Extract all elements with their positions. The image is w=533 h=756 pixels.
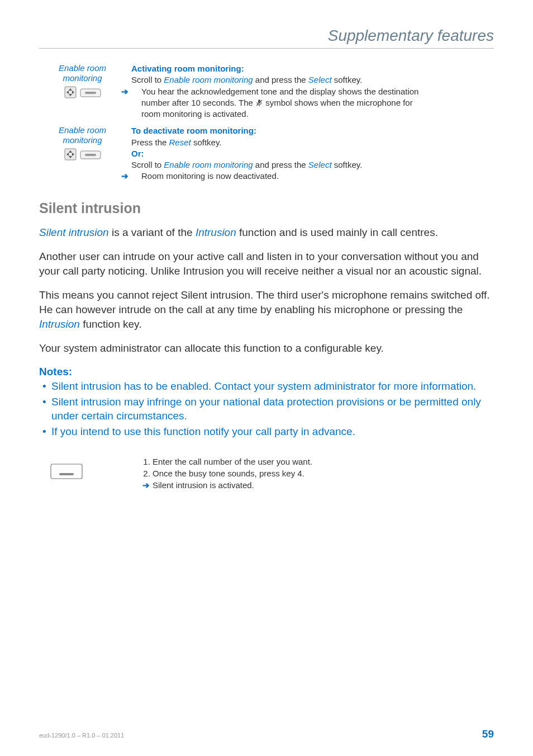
nav-key-icon: [64, 86, 77, 99]
activate-heading: Activating room monitoring:: [131, 63, 494, 74]
arrow-icon: ➔: [131, 86, 141, 97]
deactivate-icons: [39, 148, 126, 161]
text: and press the: [253, 160, 308, 169]
text: This means you cannot reject Silent intr…: [39, 289, 490, 315]
term-select: Select: [308, 75, 332, 84]
term-silent-intrusion: Silent intrusion: [39, 226, 109, 238]
notes-item: Silent intrusion has to be enabled. Cont…: [39, 379, 494, 394]
text: number after 10 seconds. The: [141, 98, 255, 107]
activate-result-line-a: ➔You hear the acknowledgement tone and t…: [131, 86, 494, 97]
activate-result-line-c: room monitoring is activated.: [131, 108, 494, 120]
svg-rect-6: [85, 92, 96, 94]
notes-item: Silent intrusion may infringe on your na…: [39, 395, 494, 423]
deactivate-room-monitoring-row: Enable room monitoring: [39, 125, 494, 182]
softkey-icon: [79, 86, 102, 99]
term-select: Select: [308, 160, 332, 169]
silent-intrusion-p3: This means you cannot reject Silent intr…: [39, 288, 494, 331]
term-reset: Reset: [169, 138, 191, 147]
page-footer: eud-1290/1.0 – R1.0 – 01.2011 59: [39, 728, 494, 740]
text: Press the: [131, 138, 169, 147]
text: is a variant of the: [109, 226, 196, 238]
deactivate-left-label: Enable room monitoring: [39, 125, 126, 145]
text: and press the: [253, 75, 308, 84]
arrow-icon: ➔: [131, 171, 141, 182]
deactivate-result-line: ➔Room monitoring is now deactivated.: [131, 171, 494, 182]
nav-key-icon: [64, 148, 77, 161]
text: softkey.: [332, 160, 363, 169]
or-label: Or:: [131, 148, 494, 159]
silent-intrusion-p4: Your system administrator can allocate t…: [39, 341, 494, 356]
silent-intrusion-p1: Silent intrusion is a variant of the Int…: [39, 225, 494, 240]
arrow-icon: ➔: [142, 479, 153, 491]
steps-result-line: ➔Silent intrusion is activated.: [142, 479, 494, 491]
microphone-mute-icon: [255, 98, 265, 107]
svg-rect-16: [85, 154, 96, 156]
activate-left-label: Enable room monitoring: [39, 63, 126, 83]
header-title: Supplementary features: [39, 27, 494, 45]
deactivate-line2: Scroll to Enable room monitoring and pre…: [131, 159, 494, 171]
text: softkey.: [332, 75, 363, 84]
text: Scroll to: [131, 160, 164, 169]
step-item: Enter the call number of the user you wa…: [153, 456, 494, 467]
notes-list: Silent intrusion has to be enabled. Cont…: [39, 379, 494, 439]
text: You hear the acknowledgement tone and th…: [141, 87, 418, 96]
text: Scroll to: [131, 75, 164, 84]
notes-item: If you intend to use this function notif…: [39, 424, 494, 439]
svg-rect-17: [51, 464, 82, 479]
notes-title: Notes:: [39, 366, 494, 378]
silent-intrusion-heading: Silent intrusion: [39, 200, 494, 216]
footer-page-number: 59: [482, 728, 494, 740]
page-header: Supplementary features: [39, 27, 494, 49]
text: Silent intrusion is activated.: [153, 480, 254, 490]
deactivate-heading: To deactivate room monitoring:: [131, 125, 494, 136]
term-intrusion: Intrusion: [39, 318, 80, 330]
step-item: Once the busy tone sounds, press key 4.: [153, 467, 494, 479]
activate-line1: Scroll to Enable room monitoring and pre…: [131, 74, 494, 86]
text: softkey.: [191, 138, 222, 147]
term-enable-room-monitoring: Enable room monitoring: [164, 75, 253, 84]
activate-icons: [39, 86, 126, 99]
footer-doc-id: eud-1290/1.0 – R1.0 – 01.2011: [39, 732, 124, 739]
activate-room-monitoring-row: Enable room monitoring: [39, 63, 494, 120]
term-intrusion: Intrusion: [196, 226, 236, 238]
steps-list: Enter the call number of the user you wa…: [142, 456, 494, 479]
notes-box: Notes: Silent intrusion has to be enable…: [39, 366, 494, 439]
text: function and is used mainly in call cent…: [236, 226, 438, 238]
text: function key.: [80, 318, 142, 330]
steps-block: Enter the call number of the user you wa…: [39, 456, 494, 491]
activate-result-line-b: number after 10 seconds. The symbol show…: [131, 97, 494, 108]
term-enable-room-monitoring: Enable room monitoring: [164, 160, 253, 169]
deactivate-line1: Press the Reset softkey.: [131, 137, 494, 148]
text: Room monitoring is now deactivated.: [141, 171, 279, 181]
silent-intrusion-p2: Another user can intrude on your active …: [39, 249, 494, 278]
text: symbol shows when the microphone for: [265, 98, 412, 107]
phone-key-icon: [50, 464, 83, 491]
softkey-icon: [79, 148, 102, 161]
svg-rect-18: [59, 473, 74, 475]
